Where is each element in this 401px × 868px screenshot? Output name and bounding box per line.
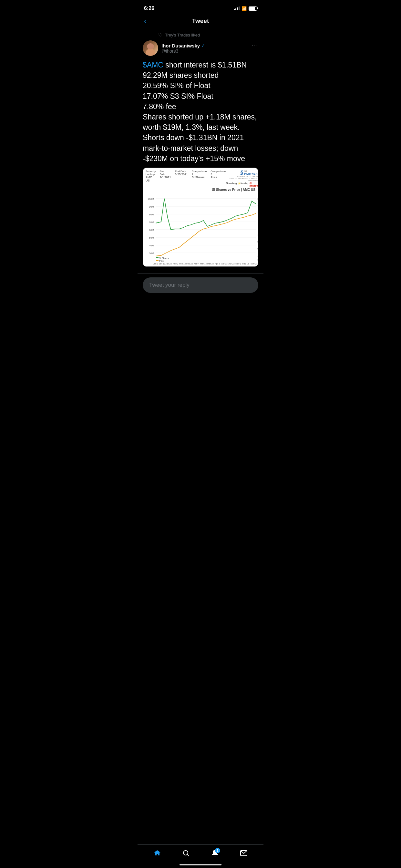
svg-text:20: 20: [257, 197, 258, 200]
tweet-container: ♡ Trey's Trades liked Ihor Dusaniwsky ✓ …: [137, 28, 264, 274]
chart-svg: 100M 90M 80M 70M 60M 50M 40M 30M 20 18 1…: [144, 194, 258, 265]
chart-container: Security Lookup: AMC US Start Date 1/1/2…: [143, 167, 258, 267]
svg-text:100M: 100M: [148, 197, 154, 200]
status-time: 6:26: [144, 5, 154, 11]
svg-text:90M: 90M: [149, 206, 154, 208]
chart-meta-left: Security Lookup: AMC US Start Date 1/1/2…: [146, 170, 226, 182]
comparison1-value: SI Shares: [192, 176, 207, 179]
battery-icon: [249, 6, 257, 11]
liked-text: Trey's Trades liked: [165, 33, 200, 37]
chart-logo: § S3 PARTNERS A DATA POWER COMPANY OFFIC…: [226, 170, 258, 187]
comparison1-label: Comparison 1: [192, 170, 207, 176]
svg-text:Apr 3: Apr 3: [215, 262, 220, 265]
security-value: AMC US: [146, 176, 156, 182]
reply-input[interactable]: Tweet your reply: [143, 277, 258, 293]
ticker[interactable]: $AMC: [143, 61, 163, 69]
svg-rect-27: [156, 257, 158, 258]
svg-text:May 3: May 3: [235, 262, 241, 265]
svg-text:Apr 13: Apr 13: [221, 262, 227, 265]
tweet-body: short interest is $1.51BN92.29M shares s…: [143, 61, 257, 163]
start-date-label: Start Date: [160, 170, 171, 176]
end-date-value: 5/25/2021: [175, 173, 188, 176]
chart-title: SI Shares vs Price | AMC US: [212, 188, 255, 191]
svg-text:Jan 3: Jan 3: [153, 262, 158, 265]
svg-text:18: 18: [257, 205, 258, 208]
start-date-value: 1/1/2021: [160, 176, 171, 179]
svg-text:Si Shares: Si Shares: [159, 257, 169, 259]
partners-label: PARTNERS: [244, 173, 258, 175]
chart-header: Security Lookup: AMC US Start Date 1/1/2…: [143, 168, 258, 193]
chart-meta-row: Security Lookup: AMC US Start Date 1/1/2…: [146, 170, 255, 187]
status-bar: 6:26 📶: [137, 0, 264, 14]
wifi-icon: 📶: [242, 6, 247, 11]
svg-text:Mar 24: Mar 24: [207, 262, 214, 265]
comparison2-label: Comparison 2: [211, 170, 226, 176]
comparison2-value: Price: [211, 176, 226, 179]
reuters-logo: Ⓡ REUTERS: [250, 182, 258, 187]
svg-text:Apr 23: Apr 23: [228, 262, 235, 265]
security-label: Security Lookup:: [146, 170, 156, 176]
svg-text:14: 14: [257, 219, 258, 222]
author-info: Ihor Dusaniwsky ✓ @ihors3: [161, 43, 205, 54]
svg-text:6: 6: [257, 247, 258, 250]
tweet-header: ‹ Tweet: [137, 14, 264, 28]
author-name-row: Ihor Dusaniwsky ✓: [161, 43, 205, 49]
svg-text:10: 10: [257, 233, 258, 236]
chart-svg-wrapper: 100M 90M 80M 70M 60M 50M 40M 30M 20 18 1…: [143, 193, 258, 267]
svg-text:Feb 22: Feb 22: [186, 262, 193, 265]
start-date: Start Date 1/1/2021: [160, 170, 171, 182]
reply-box: Tweet your reply: [137, 274, 264, 297]
svg-text:Price: Price: [159, 260, 164, 262]
svg-text:50M: 50M: [149, 237, 154, 239]
svg-text:May 13: May 13: [242, 262, 249, 265]
author-left[interactable]: Ihor Dusaniwsky ✓ @ihors3: [143, 40, 205, 56]
comparison2: Comparison 2 Price: [211, 170, 226, 182]
svg-text:8: 8: [257, 240, 258, 243]
security-lookup: Security Lookup: AMC US: [146, 170, 156, 182]
svg-text:Mar 4: Mar 4: [194, 262, 199, 265]
author-handle: @ihors3: [161, 49, 205, 54]
svg-text:Mar 14: Mar 14: [200, 262, 207, 265]
svg-text:Feb 2: Feb 2: [173, 262, 179, 265]
svg-text:80M: 80M: [149, 213, 154, 216]
tweet-text: $AMC short interest is $1.51BN92.29M sha…: [143, 60, 258, 164]
nasdaq-logo: ✨Nasdaq: [238, 182, 248, 187]
svg-text:Jan 23: Jan 23: [165, 262, 172, 265]
official-label: OFFICIAL TECHNOLOGY AND DATA PARTNER TO: [226, 178, 258, 182]
signal-icon: [234, 6, 240, 10]
svg-text:12: 12: [257, 226, 258, 229]
svg-text:4: 4: [257, 254, 258, 257]
header-title: Tweet: [192, 18, 209, 25]
bloomberg-logo: Bloomberg: [226, 182, 237, 187]
status-icons: 📶: [234, 6, 257, 11]
svg-text:May 23: May 23: [251, 262, 258, 265]
liked-indicator: ♡ Trey's Trades liked: [158, 32, 258, 38]
comparison1: Comparison 1 SI Shares: [192, 170, 207, 182]
avatar[interactable]: [143, 40, 158, 56]
end-date: End Date 5/25/2021: [175, 170, 188, 182]
svg-text:Jan 13: Jan 13: [159, 262, 165, 265]
svg-text:30M: 30M: [149, 252, 154, 255]
s3-label: S3: [244, 170, 258, 173]
svg-text:70M: 70M: [149, 221, 154, 224]
svg-rect-29: [156, 260, 158, 261]
verified-badge: ✓: [201, 43, 205, 48]
s3-icon: §: [241, 170, 243, 176]
end-date-label: End Date: [175, 170, 188, 173]
heart-icon: ♡: [158, 32, 162, 38]
svg-text:2: 2: [257, 259, 258, 261]
author-row: Ihor Dusaniwsky ✓ @ihors3 ⋯: [143, 40, 258, 56]
svg-text:40M: 40M: [149, 244, 154, 247]
svg-text:60M: 60M: [149, 228, 154, 231]
more-button[interactable]: ⋯: [250, 40, 258, 50]
author-name: Ihor Dusaniwsky: [161, 43, 200, 49]
svg-text:Feb 12: Feb 12: [179, 262, 186, 265]
back-button[interactable]: ‹: [143, 16, 148, 27]
avatar-image: [143, 40, 158, 56]
svg-text:16: 16: [257, 212, 258, 215]
